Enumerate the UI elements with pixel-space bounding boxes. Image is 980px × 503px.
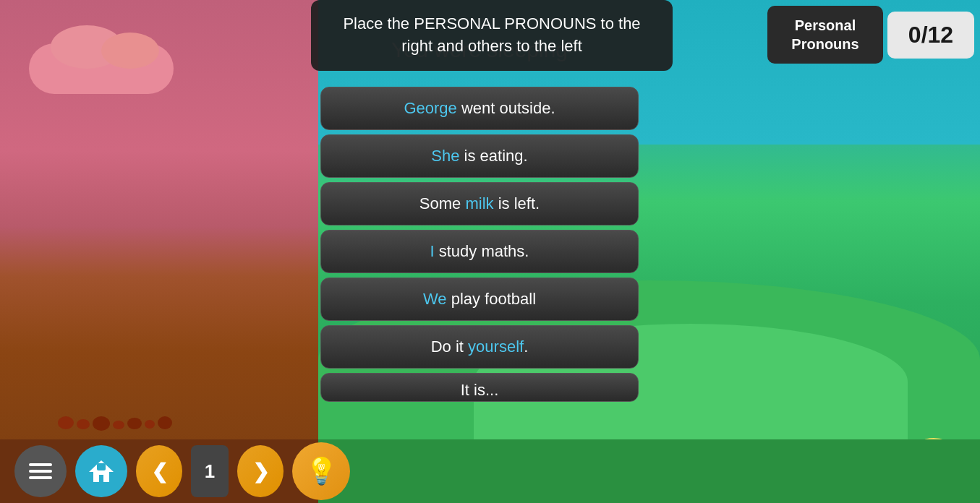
next-button[interactable]: ❯ [237,445,284,497]
category-label: PersonalPronouns [767,6,883,64]
normal-word: is left. [494,194,540,212]
hint-button[interactable]: 💡 [292,442,350,500]
sentence-item[interactable]: Do it yourself. [320,325,639,369]
normal-word: play football [447,290,537,308]
normal-word: . [524,338,528,356]
normal-word: is eating. [459,147,527,165]
instruction-text: Place the PERSONAL PRONOUNS to the right… [343,14,640,55]
sentence-item[interactable]: It is... [320,373,639,402]
normal-word: Some [419,194,466,212]
prev-button[interactable]: ❮ [136,445,182,497]
background-left [0,0,318,503]
sentence-item[interactable]: Some milk is left. [320,182,639,225]
sentence-list: George went outside.She is eating.Some m… [320,87,642,434]
page-number: 1 [191,445,229,497]
instruction-box: Place the PERSONAL PRONOUNS to the right… [311,0,673,71]
bottom-nav: ❮ 1 ❯ 💡 [0,439,980,503]
svg-rect-1 [97,463,106,470]
highlighted-word: She [431,147,459,165]
highlighted-word: milk [465,194,493,212]
score-badge: 0/12 [887,12,974,59]
cloud [29,43,174,94]
hamburger-icon [29,463,52,479]
menu-button[interactable] [14,445,67,497]
highlighted-word: yourself [468,338,524,356]
chevron-left-icon: ❮ [151,460,168,483]
sentence-item[interactable]: I study maths. [320,230,639,273]
highlighted-word: We [423,290,447,308]
lightbulb-icon: 💡 [305,456,338,486]
sentence-item[interactable]: George went outside. [320,87,639,130]
normal-word: went outside. [457,99,555,117]
chevron-right-icon: ❯ [252,460,269,483]
normal-word: study maths. [435,242,529,260]
highlighted-word: George [404,99,456,117]
sentence-item[interactable]: She is eating. [320,134,639,178]
home-button[interactable] [75,445,127,497]
normal-word: Do it [431,338,468,356]
score-panel: PersonalPronouns 0/12 [767,6,974,64]
sentence-item[interactable]: We play football [320,278,639,321]
home-icon [88,457,115,485]
normal-word: It is... [461,381,499,399]
